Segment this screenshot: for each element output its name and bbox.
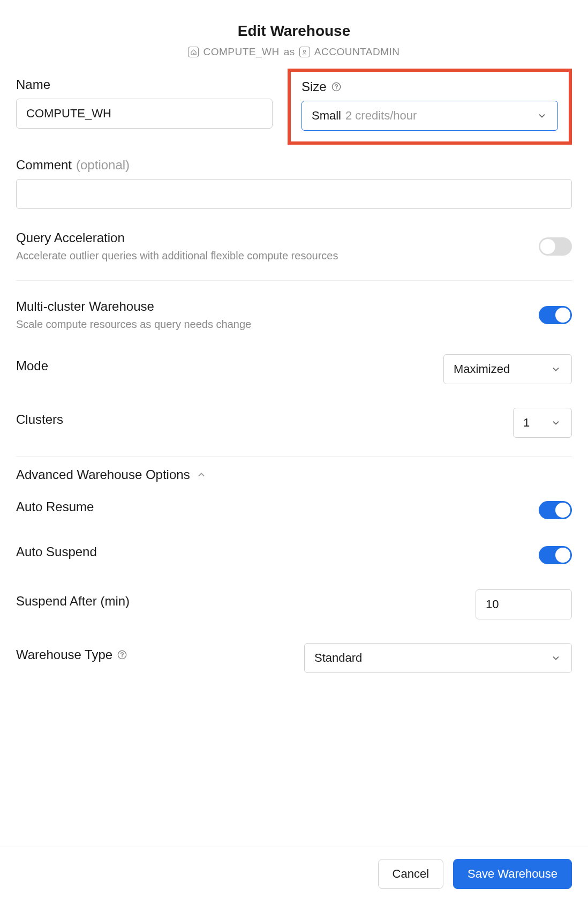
auto-suspend-toggle[interactable] <box>539 546 572 564</box>
warehouse-type-value: Standard <box>314 651 362 665</box>
query-accel-row: Query Acceleration Accelerate outlier qu… <box>16 219 572 274</box>
clusters-value: 1 <box>523 416 530 430</box>
auto-resume-toggle[interactable] <box>539 501 572 519</box>
comment-input[interactable] <box>16 179 572 209</box>
name-input[interactable] <box>16 99 273 129</box>
clusters-label: Clusters <box>16 412 63 427</box>
save-warehouse-button[interactable]: Save Warehouse <box>453 859 572 889</box>
suspend-after-input[interactable] <box>476 589 572 619</box>
chevron-down-icon <box>550 363 562 375</box>
query-accel-label: Query Acceleration <box>16 230 125 245</box>
divider <box>16 280 572 281</box>
role-icon <box>299 47 310 57</box>
size-value: Small <box>312 109 341 123</box>
mode-select[interactable]: Maximized <box>443 354 572 384</box>
context-warehouse: COMPUTE_WH <box>203 46 279 58</box>
mode-label: Mode <box>16 358 48 373</box>
multi-cluster-label: Multi-cluster Warehouse <box>16 299 154 314</box>
warehouse-type-select[interactable]: Standard <box>304 643 572 673</box>
suspend-after-row: Suspend After (min) <box>16 578 572 631</box>
dialog-title: Edit Warehouse <box>16 23 572 40</box>
size-field-highlight: Size Small 2 credits/hour <box>288 69 572 145</box>
cancel-button[interactable]: Cancel <box>378 859 443 889</box>
warehouse-type-label: Warehouse Type <box>16 647 112 662</box>
context-breadcrumb: COMPUTE_WH as ACCOUNTADMIN <box>16 46 572 58</box>
chevron-up-icon <box>195 469 207 481</box>
chevron-down-icon <box>550 417 562 429</box>
query-accel-subtitle: Accelerate outlier queries with addition… <box>16 250 338 262</box>
warehouse-icon <box>188 47 199 57</box>
context-as: as <box>284 46 295 58</box>
advanced-options-toggle[interactable]: Advanced Warehouse Options <box>16 467 572 482</box>
auto-resume-row: Auto Resume <box>16 488 572 533</box>
auto-suspend-row: Auto Suspend <box>16 533 572 578</box>
auto-suspend-label: Auto Suspend <box>16 544 97 559</box>
name-field: Name <box>16 77 273 145</box>
help-icon[interactable] <box>117 649 127 660</box>
name-label: Name <box>16 77 50 92</box>
multi-cluster-subtitle: Scale compute resources as query needs c… <box>16 318 251 331</box>
mode-value: Maximized <box>454 362 510 376</box>
multi-cluster-toggle[interactable] <box>539 306 572 324</box>
edit-warehouse-dialog: Edit Warehouse COMPUTE_WH as ACCOUNTADMI… <box>0 0 588 685</box>
size-label: Size <box>301 79 327 94</box>
suspend-after-label: Suspend After (min) <box>16 594 130 609</box>
comment-label: Comment <box>16 158 72 173</box>
warehouse-type-row: Warehouse Type Standard <box>16 631 572 685</box>
advanced-label: Advanced Warehouse Options <box>16 467 190 482</box>
comment-optional: (optional) <box>76 158 130 173</box>
dialog-header: Edit Warehouse COMPUTE_WH as ACCOUNTADMI… <box>16 23 572 58</box>
context-role: ACCOUNTADMIN <box>314 46 400 58</box>
chevron-down-icon <box>550 652 562 664</box>
divider <box>16 456 572 457</box>
help-icon[interactable] <box>331 81 342 92</box>
size-hint: 2 credits/hour <box>345 109 417 123</box>
svg-point-0 <box>304 50 306 52</box>
query-accel-toggle[interactable] <box>539 237 572 256</box>
clusters-select[interactable]: 1 <box>513 408 572 438</box>
auto-resume-label: Auto Resume <box>16 499 94 514</box>
multi-cluster-row: Multi-cluster Warehouse Scale compute re… <box>16 287 572 342</box>
dialog-footer: Cancel Save Warehouse <box>0 847 588 901</box>
chevron-down-icon <box>536 110 548 122</box>
size-select[interactable]: Small 2 credits/hour <box>301 101 558 131</box>
mode-row: Mode Maximized <box>16 342 572 396</box>
clusters-row: Clusters 1 <box>16 396 572 450</box>
